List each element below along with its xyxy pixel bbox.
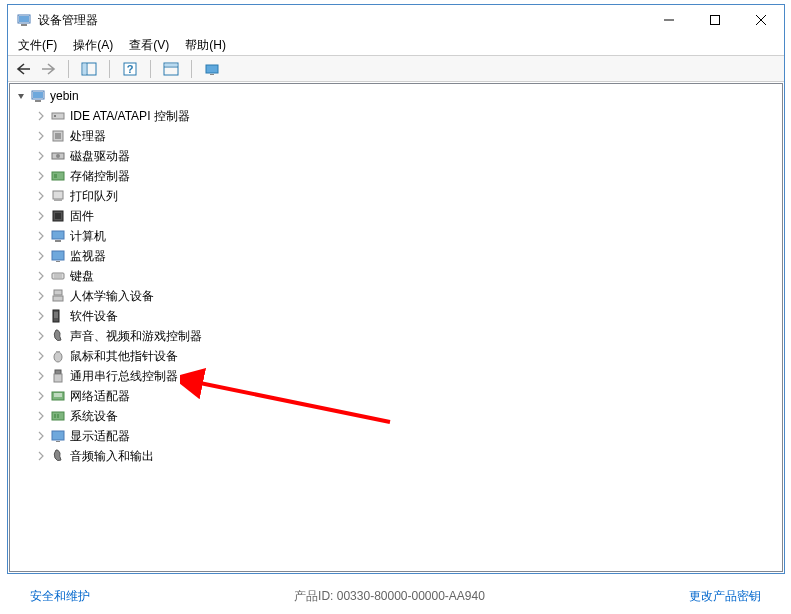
svg-point-43 <box>54 352 62 362</box>
minimize-button[interactable] <box>646 5 692 35</box>
usb-icon <box>50 368 66 384</box>
menu-action[interactable]: 操作(A) <box>65 35 121 55</box>
svg-rect-35 <box>56 261 60 262</box>
svg-rect-19 <box>35 100 41 102</box>
svg-rect-54 <box>56 441 60 442</box>
expand-icon[interactable] <box>34 109 48 123</box>
tree-item[interactable]: IDE ATA/ATAPI 控制器 <box>10 106 782 126</box>
tree-item-label: 软件设备 <box>70 308 118 325</box>
svg-rect-39 <box>54 290 62 295</box>
window-title: 设备管理器 <box>38 12 646 29</box>
toolbar-divider <box>191 60 192 78</box>
tree-item[interactable]: 人体学输入设备 <box>10 286 782 306</box>
expand-icon[interactable] <box>34 389 48 403</box>
tree-item[interactable]: 固件 <box>10 206 782 226</box>
display-adapter-icon <box>50 428 66 444</box>
maximize-button[interactable] <box>692 5 738 35</box>
tree-root[interactable]: yebin <box>10 86 782 106</box>
svg-rect-26 <box>52 172 64 180</box>
tree-item-label: 磁盘驱动器 <box>70 148 130 165</box>
tree-item-label: IDE ATA/ATAPI 控制器 <box>70 108 190 125</box>
expand-icon[interactable] <box>34 449 48 463</box>
tree-item[interactable]: 系统设备 <box>10 406 782 426</box>
expand-icon[interactable] <box>34 249 48 263</box>
tree-item[interactable]: 显示适配器 <box>10 426 782 446</box>
back-button[interactable] <box>12 58 36 80</box>
tree-root-label: yebin <box>50 89 79 103</box>
storage-controller-icon <box>50 168 66 184</box>
expand-icon[interactable] <box>34 329 48 343</box>
tree-item[interactable]: 音频输入和输出 <box>10 446 782 466</box>
menu-help[interactable]: 帮助(H) <box>177 35 234 55</box>
computer-icon <box>30 88 46 104</box>
expand-icon[interactable] <box>34 409 48 423</box>
svg-rect-51 <box>54 414 56 418</box>
expand-icon[interactable] <box>34 209 48 223</box>
toolbar: ? <box>8 56 784 82</box>
tree-item[interactable]: 处理器 <box>10 126 782 146</box>
tree-item-label: 声音、视频和游戏控制器 <box>70 328 202 345</box>
tree-item-label: 鼠标和其他指针设备 <box>70 348 178 365</box>
expand-icon[interactable] <box>34 129 48 143</box>
tree-item-label: 处理器 <box>70 128 106 145</box>
svg-rect-23 <box>55 133 61 139</box>
svg-rect-42 <box>54 312 58 318</box>
bg-link-right[interactable]: 更改产品密钥 <box>689 588 761 605</box>
software-device-icon <box>50 308 66 324</box>
svg-rect-34 <box>52 251 64 260</box>
svg-point-21 <box>54 115 56 117</box>
svg-rect-33 <box>55 240 61 242</box>
svg-rect-28 <box>53 191 63 199</box>
svg-rect-2 <box>21 24 27 26</box>
expand-icon[interactable] <box>34 429 48 443</box>
tree-item[interactable]: 键盘 <box>10 266 782 286</box>
bg-link-left[interactable]: 安全和维护 <box>30 588 90 605</box>
expand-icon[interactable] <box>34 349 48 363</box>
toolbar-divider <box>68 60 69 78</box>
tree-item[interactable]: 鼠标和其他指针设备 <box>10 346 782 366</box>
expand-icon[interactable] <box>34 269 48 283</box>
background-strip: 安全和维护 产品ID: 00330-80000-00000-AA940 更改产品… <box>0 578 791 614</box>
tree-item-label: 固件 <box>70 208 94 225</box>
scan-hardware-button[interactable] <box>200 58 224 80</box>
expand-icon[interactable] <box>34 149 48 163</box>
svg-rect-32 <box>52 231 64 239</box>
tree-item[interactable]: 网络适配器 <box>10 386 782 406</box>
show-hide-tree-button[interactable] <box>77 58 101 80</box>
svg-rect-16 <box>210 74 214 75</box>
collapse-icon[interactable] <box>14 89 28 103</box>
close-button[interactable] <box>738 5 784 35</box>
menu-file[interactable]: 文件(F) <box>10 35 65 55</box>
svg-rect-53 <box>52 431 64 440</box>
svg-point-25 <box>56 154 60 158</box>
device-manager-icon <box>16 12 32 28</box>
tree-item-label: 系统设备 <box>70 408 118 425</box>
device-tree[interactable]: yebin IDE ATA/ATAPI 控制器处理器磁盘驱动器存储控制器打印队列… <box>9 83 783 572</box>
tree-item[interactable]: 磁盘驱动器 <box>10 146 782 166</box>
expand-icon[interactable] <box>34 189 48 203</box>
tree-item[interactable]: 打印队列 <box>10 186 782 206</box>
processor-icon <box>50 128 66 144</box>
title-bar: 设备管理器 <box>8 5 784 35</box>
svg-rect-18 <box>33 92 43 98</box>
tree-item[interactable]: 监视器 <box>10 246 782 266</box>
firmware-icon <box>50 208 66 224</box>
tree-item[interactable]: 通用串行总线控制器 <box>10 366 782 386</box>
svg-rect-9 <box>83 64 86 74</box>
tree-item[interactable]: 声音、视频和游戏控制器 <box>10 326 782 346</box>
audio-icon <box>50 328 66 344</box>
expand-icon[interactable] <box>34 309 48 323</box>
tree-item[interactable]: 存储控制器 <box>10 166 782 186</box>
expand-icon[interactable] <box>34 229 48 243</box>
expand-icon[interactable] <box>34 169 48 183</box>
expand-icon[interactable] <box>34 289 48 303</box>
svg-rect-4 <box>711 16 720 25</box>
svg-rect-44 <box>56 351 60 353</box>
expand-icon[interactable] <box>34 369 48 383</box>
tree-item[interactable]: 软件设备 <box>10 306 782 326</box>
help-button[interactable]: ? <box>118 58 142 80</box>
forward-button[interactable] <box>36 58 60 80</box>
menu-view[interactable]: 查看(V) <box>121 35 177 55</box>
properties-button[interactable] <box>159 58 183 80</box>
tree-item[interactable]: 计算机 <box>10 226 782 246</box>
